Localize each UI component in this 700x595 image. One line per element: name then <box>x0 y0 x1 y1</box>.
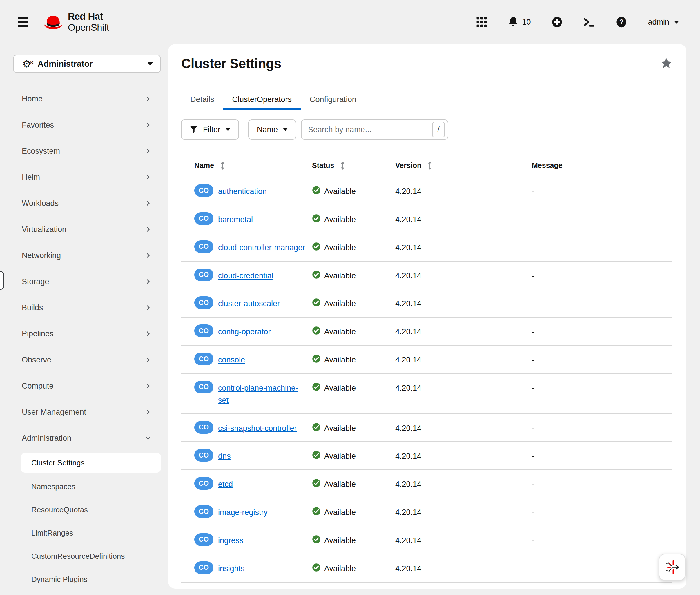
sidebar-item-label: Helm <box>22 173 40 182</box>
column-header-label: Status <box>312 161 334 170</box>
user-menu[interactable]: admin <box>648 18 679 27</box>
brand-logo: Red Hat OpenShift <box>42 11 109 33</box>
status-success-icon <box>312 563 321 572</box>
cluster-settings-card: Cluster Settings Details ClusterOperator… <box>168 44 687 589</box>
help-question-icon[interactable]: ? <box>616 17 627 28</box>
app-launcher-icon[interactable] <box>476 17 487 28</box>
redhat-fedora-icon <box>42 13 64 31</box>
tabs: Details ClusterOperators Configuration <box>181 90 672 110</box>
status-text: Available <box>324 423 356 434</box>
operator-name-link[interactable]: cloud-controller-manager <box>218 242 305 254</box>
sidebar-item-compute[interactable]: Compute <box>0 373 168 399</box>
sidebar-item-pipelines[interactable]: Pipelines <box>0 321 168 347</box>
operator-name-link[interactable]: dns <box>218 450 231 462</box>
column-header-name[interactable]: Name <box>181 161 312 170</box>
table-row: CO csi-snapshot-controller Available 4.2… <box>181 414 672 442</box>
page-title: Cluster Settings <box>181 56 281 71</box>
sidebar-item-label: Pipelines <box>22 330 54 338</box>
import-plus-icon[interactable] <box>552 17 563 28</box>
sidebar-subitem-customresourcedefinitions[interactable]: CustomResourceDefinitions <box>21 544 161 568</box>
operator-name-link[interactable]: authentication <box>218 186 267 198</box>
clusteroperator-badge: CO <box>194 477 214 490</box>
lightspeed-launcher-button[interactable] <box>659 554 685 580</box>
version-text: 4.20.14 <box>395 423 421 434</box>
tab-label: Configuration <box>310 95 356 104</box>
notification-count: 10 <box>522 18 531 27</box>
sidebar-item-ecosystem[interactable]: Ecosystem <box>0 138 168 164</box>
status-success-icon <box>312 214 321 223</box>
sidebar-item-administration[interactable]: Administration <box>0 425 168 451</box>
operator-name-link[interactable]: image-registry <box>218 507 268 519</box>
table-row: CO image-registry Available 4.20.14 - <box>181 498 672 526</box>
sort-icon[interactable] <box>220 162 225 170</box>
status-text: Available <box>324 214 356 226</box>
operator-name-link[interactable]: csi-snapshot-controller <box>218 423 297 435</box>
sidebar-item-storage[interactable]: Storage <box>0 268 168 294</box>
sidebar-subitem-dynamic-plugins[interactable]: Dynamic Plugins <box>21 568 161 591</box>
table-row: CO ingress Available 4.20.14 - <box>181 526 672 555</box>
status-text: Available <box>324 270 356 282</box>
favorite-star-icon[interactable] <box>660 57 672 70</box>
sidebar-subitem-resourcequotas[interactable]: ResourceQuotas <box>21 498 161 521</box>
sidebar-item-helm[interactable]: Helm <box>0 164 168 190</box>
drawer-handle[interactable] <box>0 271 4 290</box>
operator-name-link[interactable]: console <box>218 354 245 366</box>
message-text: - <box>532 186 534 197</box>
sidebar-item-user-management[interactable]: User Management <box>0 399 168 425</box>
terminal-icon[interactable] <box>583 17 595 27</box>
chevron-icon <box>145 226 151 232</box>
sidebar-subitem-namespaces[interactable]: Namespaces <box>21 475 161 498</box>
tab-clusteroperators[interactable]: ClusterOperators <box>223 90 301 110</box>
notifications-bell-icon[interactable]: 10 <box>508 17 531 28</box>
sidebar-item-virtualization[interactable]: Virtualization <box>0 216 168 243</box>
version-text: 4.20.14 <box>395 242 421 254</box>
version-text: 4.20.14 <box>395 214 421 226</box>
sidebar-subitem-limitranges[interactable]: LimitRanges <box>21 521 161 544</box>
version-text: 4.20.14 <box>395 354 421 366</box>
operator-name-link[interactable]: baremetal <box>218 214 253 226</box>
sort-icon[interactable] <box>340 162 345 170</box>
chevron-icon <box>145 148 151 154</box>
sidebar-item-builds[interactable]: Builds <box>0 294 168 321</box>
operator-name-link[interactable]: cluster-autoscaler <box>218 298 280 310</box>
version-text: 4.20.14 <box>395 563 421 575</box>
column-header-status[interactable]: Status <box>312 161 395 170</box>
sidebar-item-label: Virtualization <box>22 225 66 234</box>
perspective-label: Administrator <box>37 59 92 69</box>
sidebar-item-observe[interactable]: Observe <box>0 347 168 373</box>
name-filter-dropdown[interactable]: Name <box>248 119 296 140</box>
operator-name-link[interactable]: control-plane-machine-set <box>218 382 307 406</box>
sidebar-item-workloads[interactable]: Workloads <box>0 190 168 216</box>
operator-name-link[interactable]: config-operator <box>218 326 271 338</box>
search-input[interactable] <box>308 125 432 134</box>
gears-icon: ⚙⚙ <box>22 59 31 69</box>
operator-name-link[interactable]: ingress <box>218 535 243 547</box>
sidebar-item-label: Workloads <box>22 199 59 208</box>
lightspeed-icon <box>664 559 680 575</box>
message-text: - <box>532 242 534 254</box>
sidebar-item-favorites[interactable]: Favorites <box>0 112 168 138</box>
perspective-switcher[interactable]: ⚙⚙ Administrator <box>13 55 161 73</box>
tab-details[interactable]: Details <box>181 90 223 110</box>
operator-name-link[interactable]: insights <box>218 563 245 575</box>
operator-name-link[interactable]: cloud-credential <box>218 270 274 282</box>
cluster-operators-table: Name Status Version <box>181 161 672 589</box>
filter-dropdown[interactable]: Filter <box>181 119 239 140</box>
sidebar-item-networking[interactable]: Networking <box>0 243 168 268</box>
user-name: admin <box>648 18 669 27</box>
clusteroperator-badge: CO <box>194 324 214 337</box>
column-header-version[interactable]: Version <box>395 161 532 170</box>
sidebar-item-label: Storage <box>22 277 49 286</box>
message-text: - <box>532 535 534 546</box>
nav-toggle-icon[interactable] <box>18 16 31 28</box>
table-row: CO dns Available 4.20.14 - <box>181 442 672 470</box>
status-success-icon <box>312 535 321 544</box>
sort-icon[interactable] <box>428 162 432 170</box>
tab-configuration[interactable]: Configuration <box>301 90 365 110</box>
chevron-icon <box>145 409 151 415</box>
sidebar-item-label: Administration <box>22 434 71 443</box>
sidebar-subitem-cluster-settings[interactable]: Cluster Settings <box>21 453 161 473</box>
table-row: CO cloud-credential Available 4.20.14 - <box>181 261 672 290</box>
operator-name-link[interactable]: etcd <box>218 478 233 491</box>
sidebar-item-home[interactable]: Home <box>0 86 168 112</box>
